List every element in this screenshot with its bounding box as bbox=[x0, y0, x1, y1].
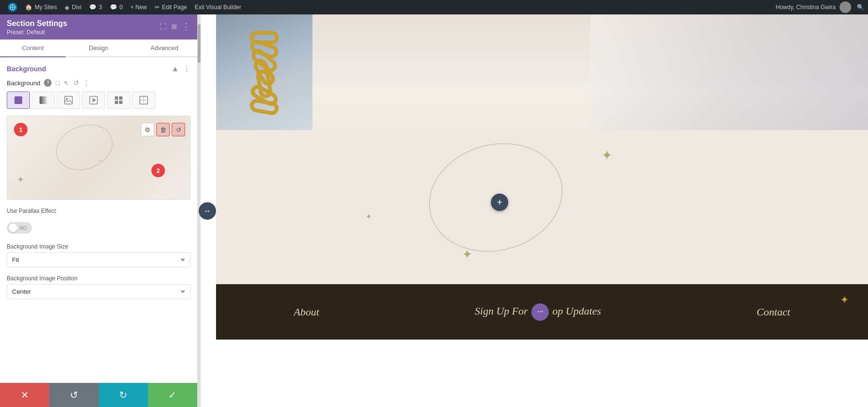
svg-rect-7 bbox=[115, 96, 118, 100]
tab-design[interactable]: Design bbox=[66, 39, 131, 57]
more-icon[interactable]: ⋮ bbox=[182, 21, 190, 32]
my-sites-item[interactable]: 🏠 My Sites bbox=[21, 0, 61, 14]
panel-content: Background ▲ ⋮ Background ? □ ↖ ↺ ⋮ bbox=[0, 57, 197, 383]
badge-2: 2 bbox=[151, 164, 165, 177]
svg-marker-6 bbox=[93, 98, 96, 102]
bg-type-pattern[interactable] bbox=[107, 92, 130, 109]
footer-link-signup[interactable]: Sign Up For ··· op Updates bbox=[475, 303, 601, 321]
svg-rect-8 bbox=[119, 96, 122, 100]
bg-type-solid[interactable] bbox=[7, 92, 30, 109]
edit-page-label: Edit Page bbox=[162, 4, 187, 11]
svg-rect-9 bbox=[115, 101, 118, 104]
scroll-thumb bbox=[198, 24, 201, 63]
img-reset-btn[interactable]: ↺ bbox=[172, 123, 185, 136]
chain-image bbox=[216, 14, 312, 130]
admin-bar: 🏠 My Sites ◈ Divi 💬 3 💬 0 + New ✏ Edit P… bbox=[0, 0, 868, 14]
cancel-icon: ✕ bbox=[21, 389, 29, 401]
search-icon[interactable]: 🔍 bbox=[857, 4, 864, 11]
add-section-btn[interactable]: + bbox=[491, 194, 508, 211]
preview-star-1: ✦ bbox=[17, 174, 24, 185]
chain-circles bbox=[216, 14, 312, 130]
collapse-icon[interactable]: ▲ bbox=[171, 65, 179, 73]
bg-more-icon[interactable]: ⋮ bbox=[83, 79, 90, 87]
background-section-title: Background bbox=[7, 65, 46, 73]
device-icon[interactable]: □ bbox=[55, 79, 59, 87]
reset-icon[interactable]: ↺ bbox=[73, 79, 79, 87]
image-preview-area: ✦ + 1 ⚙ 🗑 ↺ 2 bbox=[7, 116, 190, 200]
bg-type-image[interactable] bbox=[57, 92, 80, 109]
save-button[interactable]: ✓ bbox=[148, 383, 197, 407]
tab-content[interactable]: Content bbox=[0, 39, 66, 57]
divi-item[interactable]: ◈ Divi bbox=[61, 0, 85, 14]
bg-position-label: Background Image Position bbox=[7, 275, 190, 282]
parallax-label: Use Parallax Effect bbox=[7, 208, 56, 214]
wp-logo-icon bbox=[8, 2, 17, 12]
save-icon: ✓ bbox=[168, 389, 176, 401]
help-icon[interactable]: ? bbox=[44, 79, 52, 87]
parallax-toggle[interactable]: NO bbox=[7, 222, 32, 234]
bg-type-gradient[interactable] bbox=[32, 92, 55, 109]
undo-button[interactable]: ↺ bbox=[49, 383, 98, 407]
svg-rect-3 bbox=[65, 96, 72, 104]
bg-position-field: Background Image Position Center Top Lef… bbox=[7, 275, 190, 299]
fullscreen-icon[interactable]: ⛶ bbox=[160, 23, 166, 30]
canvas-top-right bbox=[312, 14, 868, 130]
img-delete-btn[interactable]: 🗑 bbox=[156, 123, 170, 136]
img-controls: ⚙ 🗑 ↺ bbox=[141, 123, 185, 136]
purple-dot[interactable]: ··· bbox=[531, 303, 549, 321]
panel-tabs: Content Design Advanced bbox=[0, 39, 197, 57]
resize-handle[interactable]: ↔ bbox=[199, 202, 216, 220]
bg-type-tabs bbox=[7, 92, 190, 109]
badge-1: 1 bbox=[14, 123, 27, 136]
new-label: + New bbox=[130, 4, 147, 11]
exit-builder-label: Exit Visual Builder bbox=[195, 4, 242, 11]
bg-label-text: Background bbox=[7, 79, 40, 87]
img-settings-btn[interactable]: ⚙ bbox=[141, 123, 154, 136]
bg-label-row: Background ? □ ↖ ↺ ⋮ bbox=[7, 79, 190, 87]
svg-point-4 bbox=[66, 98, 68, 100]
canvas-top bbox=[216, 14, 868, 130]
redo-button[interactable]: ↻ bbox=[99, 383, 148, 407]
preview-oval bbox=[50, 117, 119, 178]
footer-link-about[interactable]: About bbox=[294, 306, 319, 318]
footer-star: ✦ bbox=[840, 294, 849, 306]
toggle-knob bbox=[9, 223, 17, 232]
parallax-toggle-row: Use Parallax Effect bbox=[7, 208, 190, 214]
bg-position-select[interactable]: Center Top Left Top Center Top Right Bot… bbox=[7, 284, 190, 299]
wp-logo-item[interactable] bbox=[4, 0, 21, 14]
comment-zero-icon: 💬 bbox=[110, 4, 117, 11]
bg-size-field: Background Image Size Fit Fill Stretch T… bbox=[7, 243, 190, 267]
purple-dot-dots: ··· bbox=[537, 307, 543, 317]
bg-size-select[interactable]: Fit Fill Stretch Tile Cover bbox=[7, 252, 190, 267]
comment-icon: 💬 bbox=[89, 4, 96, 11]
bg-type-video[interactable] bbox=[82, 92, 105, 109]
bottom-action-bar: ✕ ↺ ↻ ✓ bbox=[0, 383, 197, 407]
toggle-state: NO bbox=[19, 225, 27, 231]
panel-header: Section Settings Preset: Default ⛶ ⊞ ⋮ bbox=[0, 14, 197, 39]
comment-count: 3 bbox=[99, 4, 102, 11]
home-icon: 🏠 bbox=[25, 4, 32, 11]
footer-link-contact[interactable]: Contact bbox=[757, 306, 790, 318]
panel-preset: Preset: Default bbox=[7, 29, 67, 36]
divi-label: Divi bbox=[72, 4, 81, 11]
star-left: ✦ bbox=[366, 212, 372, 221]
comment-zero-item[interactable]: 💬 0 bbox=[106, 0, 127, 14]
bg-type-mask[interactable] bbox=[132, 92, 155, 109]
svg-rect-1 bbox=[14, 96, 22, 104]
cancel-button[interactable]: ✕ bbox=[0, 383, 49, 407]
bg-size-label: Background Image Size bbox=[7, 243, 190, 250]
undo-icon: ↺ bbox=[70, 389, 78, 401]
tab-advanced[interactable]: Advanced bbox=[132, 39, 197, 57]
section-more-icon[interactable]: ⋮ bbox=[183, 64, 190, 73]
left-panel: Section Settings Preset: Default ⛶ ⊞ ⋮ C… bbox=[0, 14, 198, 407]
columns-icon[interactable]: ⊞ bbox=[171, 23, 177, 30]
new-item[interactable]: + New bbox=[126, 0, 150, 14]
pencil-icon: ✏ bbox=[155, 4, 160, 11]
section-title-actions: ▲ ⋮ bbox=[171, 64, 190, 73]
exit-builder-item[interactable]: Exit Visual Builder bbox=[191, 0, 245, 14]
divi-icon: ◈ bbox=[65, 4, 69, 11]
comment-item[interactable]: 💬 3 bbox=[85, 0, 106, 14]
edit-page-item[interactable]: ✏ Edit Page bbox=[151, 0, 191, 14]
pointer-icon[interactable]: ↖ bbox=[64, 79, 69, 87]
canvas-footer: ✦ About Sign Up For ··· op Updates Conta… bbox=[216, 284, 868, 340]
